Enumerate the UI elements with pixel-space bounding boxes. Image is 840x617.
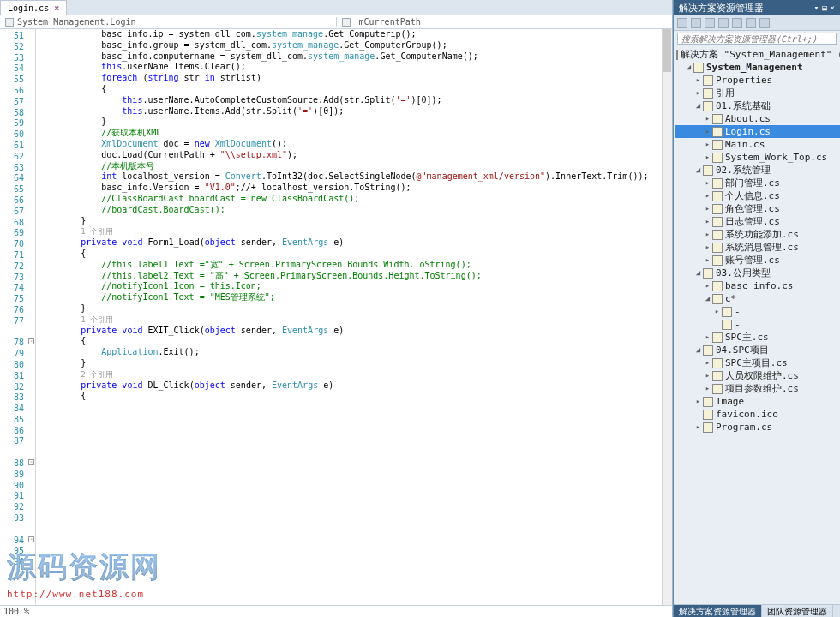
caret-icon[interactable]: ▸	[704, 254, 711, 267]
caret-icon[interactable]: ▸	[704, 279, 711, 292]
folder-open-icon	[703, 268, 713, 279]
caret-icon[interactable]: ◢	[685, 61, 693, 74]
panel-toolbar	[674, 15, 840, 31]
caret-icon[interactable]: ▸	[704, 331, 711, 344]
tree-node[interactable]: ▸人员权限维护.cs	[675, 369, 840, 382]
caret-icon[interactable]: ▸	[704, 189, 711, 202]
code-area[interactable]: basc_info.ip = system_dll_com.system_man…	[36, 29, 662, 605]
tree-node[interactable]: ◢03.公用类型	[675, 267, 840, 279]
tree-node[interactable]: ▸Login.cs	[675, 125, 840, 138]
code-editor[interactable]: 5152535455565758596061626364656667686970…	[0, 29, 672, 605]
caret-icon[interactable]: ▸	[704, 177, 711, 189]
tree-node[interactable]: ◢02.系统管理	[675, 164, 840, 177]
home-icon[interactable]	[677, 18, 687, 28]
tree-node[interactable]: ▸SPC主项目.cs	[675, 356, 840, 369]
caret-icon[interactable]: ▸	[694, 395, 702, 408]
references-icon	[703, 88, 713, 99]
tree-node[interactable]: ▸账号管理.cs	[675, 254, 840, 267]
scrollbar-thumb[interactable]	[663, 29, 671, 72]
caret-icon[interactable]: ▸	[704, 382, 711, 395]
tree-node[interactable]: ◢04.SPC项目	[675, 344, 840, 356]
caret-icon[interactable]: ▸	[704, 151, 711, 164]
tree-node[interactable]: ▸SPC主.cs	[675, 331, 840, 344]
tree-node[interactable]: ▸项目参数维护.cs	[675, 382, 840, 395]
cs-icon	[712, 281, 723, 291]
tree-node[interactable]: ◢c*	[675, 292, 840, 305]
search-input[interactable]	[677, 33, 837, 45]
tree-label: Properties	[716, 74, 772, 87]
tree-label: 系统消息管理.cs	[725, 241, 799, 254]
panel-titlebar[interactable]: 解决方案资源管理器 ▾ ⬓ ×	[674, 0, 840, 15]
tree-label: 角色管理.cs	[725, 202, 780, 215]
tree-label: 个人信息.cs	[725, 189, 780, 202]
form-icon	[712, 371, 723, 381]
tree-node[interactable]: ◢System_Management	[675, 61, 840, 74]
cs-icon	[703, 422, 713, 433]
tree-label: Main.cs	[725, 138, 765, 151]
tree-node[interactable]: ▸Program.cs	[675, 421, 840, 434]
tree-node[interactable]: ▸Main.cs	[675, 138, 840, 151]
vertical-scrollbar[interactable]	[662, 29, 672, 605]
sync-icon[interactable]	[718, 18, 729, 28]
tree-node[interactable]: ▸部门管理.cs	[675, 177, 840, 189]
caret-icon[interactable]: ▸	[704, 215, 711, 228]
tree-label: 03.公用类型	[716, 267, 771, 279]
tree-node[interactable]: ▸basc_info.cs	[675, 279, 840, 292]
caret-icon[interactable]: ▸	[704, 138, 711, 151]
nav-scope-dropdown[interactable]: System_Management.Login	[0, 17, 337, 27]
tree-node[interactable]: ▸系统消息管理.cs	[675, 241, 840, 254]
caret-icon[interactable]: ▸	[713, 305, 721, 318]
caret-icon[interactable]: ▸	[704, 241, 711, 254]
tree-node[interactable]: ▸System_Work_Top.cs	[675, 151, 840, 164]
caret-icon[interactable]: ▸	[704, 112, 711, 125]
showall-icon[interactable]	[732, 18, 742, 28]
back-icon[interactable]	[691, 18, 701, 28]
caret-icon[interactable]: ▸	[704, 356, 711, 369]
tab-team-explorer[interactable]: 团队资源管理器	[762, 605, 833, 617]
tree-node[interactable]: ◢01.系统基础	[675, 99, 840, 112]
caret-icon[interactable]: ▸	[694, 421, 702, 434]
tree-node[interactable]: ▸About.cs	[675, 112, 840, 125]
caret-icon[interactable]: ◢	[704, 292, 711, 305]
caret-icon[interactable]: ▸	[704, 202, 711, 215]
tree-node[interactable]: ▸角色管理.cs	[675, 202, 840, 215]
caret-icon[interactable]: ◢	[694, 344, 702, 356]
caret-icon[interactable]: ◢	[694, 99, 702, 112]
tree-node[interactable]: ▸引用	[675, 87, 840, 99]
caret-icon[interactable]: ▸	[704, 369, 711, 382]
panel-close-icon[interactable]: ×	[831, 3, 835, 12]
tree-node[interactable]: favicon.ico	[675, 408, 840, 421]
panel-dropdown-icon[interactable]: ▾	[814, 3, 819, 12]
nav-member-dropdown[interactable]: _mCurrentPath	[337, 17, 673, 27]
tree-label: 项目参数维护.cs	[725, 382, 799, 395]
tree-node[interactable]: ▸Properties	[675, 74, 840, 87]
preview-icon[interactable]	[759, 18, 770, 28]
tab-login-cs[interactable]: Login.cs ×	[0, 0, 67, 15]
tab-close-icon[interactable]: ×	[54, 3, 59, 13]
tree-node[interactable]: ▸个人信息.cs	[675, 189, 840, 202]
tree-label: c*	[725, 292, 736, 305]
caret-icon[interactable]: ▸	[694, 87, 702, 99]
tree-node[interactable]: ▸-	[675, 305, 840, 318]
tree-label: 02.系统管理	[716, 164, 771, 177]
properties-icon[interactable]	[746, 18, 756, 28]
panel-bottom-tabs: 解决方案资源管理器 团队资源管理器	[674, 604, 840, 617]
caret-icon[interactable]: ◢	[694, 164, 702, 177]
panel-pin-icon[interactable]: ⬓	[822, 3, 826, 12]
tree-node[interactable]: ▸日志管理.cs	[675, 215, 840, 228]
tree-node[interactable]: 解决方案 "System_Management" (1 个项目)	[675, 48, 840, 61]
zoom-level[interactable]: 100 %	[3, 607, 29, 616]
caret-icon[interactable]: ◢	[694, 267, 702, 279]
tab-solution-explorer[interactable]: 解决方案资源管理器	[674, 605, 762, 617]
refresh-icon[interactable]	[705, 18, 715, 28]
caret-icon[interactable]: ▸	[704, 228, 711, 241]
form-icon	[712, 217, 723, 227]
fold-gutter[interactable]: ---	[27, 29, 36, 605]
form-icon	[712, 191, 723, 201]
caret-icon[interactable]: ▸	[704, 125, 711, 138]
tree-node[interactable]: -	[675, 318, 840, 331]
tree-node[interactable]: ▸系统功能添加.cs	[675, 228, 840, 241]
solution-tree[interactable]: 解决方案 "System_Management" (1 个项目)◢System_…	[674, 46, 840, 604]
tree-node[interactable]: ▸Image	[675, 395, 840, 408]
caret-icon[interactable]: ▸	[694, 74, 702, 87]
